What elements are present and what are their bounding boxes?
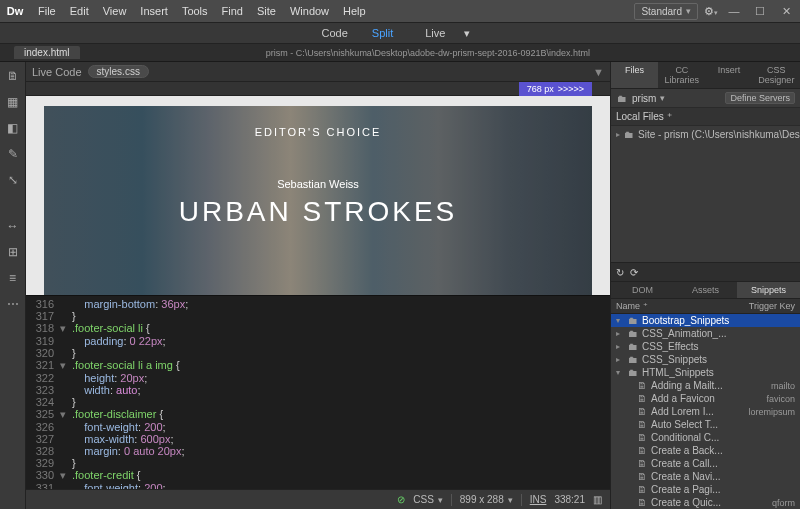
- site-folder-icon: 🖿: [616, 92, 628, 104]
- lower-panel-tabs: DOM Assets Snippets: [611, 282, 800, 299]
- menu-view[interactable]: View: [97, 3, 133, 19]
- code-line[interactable]: 325▾.footer-disclaimer {: [26, 408, 610, 421]
- status-ok-icon[interactable]: ⊘: [397, 494, 405, 505]
- filter-icon[interactable]: ▼: [593, 66, 604, 78]
- tab-assets[interactable]: Assets: [674, 282, 737, 298]
- view-live[interactable]: Live ▾: [409, 25, 486, 42]
- snippet-file[interactable]: 🗎Create a Call...: [611, 457, 800, 470]
- menu-window[interactable]: Window: [284, 3, 335, 19]
- status-insert-mode[interactable]: INS: [530, 494, 547, 505]
- status-dims[interactable]: 899 x 288▾: [460, 494, 513, 505]
- menu-help[interactable]: Help: [337, 3, 372, 19]
- snippet-folder[interactable]: ▾🖿Bootstrap_Snippets: [611, 314, 800, 327]
- status-lang[interactable]: CSS▾: [413, 494, 443, 505]
- live-code-label: Live Code: [32, 66, 82, 78]
- code-line[interactable]: 318▾.footer-social li {: [26, 322, 610, 335]
- code-line[interactable]: 323 width: auto;: [26, 384, 610, 396]
- snippet-file[interactable]: 🗎Add Lorem I...loremipsum: [611, 405, 800, 418]
- tab-insert[interactable]: Insert: [706, 62, 753, 88]
- doc-tab-index[interactable]: index.html: [14, 46, 80, 59]
- related-file-styles[interactable]: styles.css: [88, 65, 149, 78]
- refresh-icon[interactable]: ↻: [616, 267, 624, 278]
- code-line[interactable]: 321▾.footer-social li a img {: [26, 359, 610, 372]
- status-overflow-icon[interactable]: ▥: [593, 494, 602, 505]
- hero-title: URBAN STROKES: [179, 196, 458, 228]
- code-line[interactable]: 328 margin: 0 auto 20px;: [26, 445, 610, 457]
- code-line[interactable]: 327 max-width: 600px;: [26, 433, 610, 445]
- tab-dom[interactable]: DOM: [611, 282, 674, 298]
- hero-section: EDITOR'S CHOICE Sebastian Weiss URBAN ST…: [44, 106, 592, 295]
- tab-cclib[interactable]: CC Libraries: [658, 62, 705, 88]
- grid-icon[interactable]: ⊞: [5, 244, 21, 260]
- snippet-file[interactable]: 🗎Create a Quic...qform: [611, 496, 800, 509]
- snippet-file[interactable]: 🗎Create a Back...: [611, 444, 800, 457]
- breakpoint-ruler[interactable]: 768 px>>>>>: [26, 82, 610, 96]
- snippet-file[interactable]: 🗎Conditional C...: [611, 431, 800, 444]
- code-line[interactable]: 317 }: [26, 310, 610, 322]
- twisty-icon[interactable]: ▸: [616, 130, 620, 139]
- app-logo: Dw: [4, 0, 26, 22]
- close-icon[interactable]: ✕: [776, 4, 796, 18]
- status-cursor-pos: 338:21: [554, 494, 585, 505]
- menubar: File Edit View Insert Tools Find Site Wi…: [32, 3, 372, 19]
- guides-icon[interactable]: ≡: [5, 270, 21, 286]
- preview-icon[interactable]: ◧: [5, 120, 21, 136]
- site-select[interactable]: prism: [632, 93, 656, 104]
- more-icon[interactable]: ⋯: [5, 296, 21, 312]
- snippet-file[interactable]: 🗎Add a Faviconfavicon: [611, 392, 800, 405]
- code-editor[interactable]: 316 margin-bottom: 36px;317 }318▾.footer…: [26, 296, 610, 489]
- expand-icon[interactable]: ⤡: [5, 172, 21, 188]
- files-icon[interactable]: 🗎: [5, 68, 21, 84]
- view-split[interactable]: Split: [364, 25, 401, 41]
- code-line[interactable]: 319 padding: 0 22px;: [26, 335, 610, 347]
- snippet-folder[interactable]: ▸🖿CSS_Animation_...: [611, 327, 800, 340]
- code-line[interactable]: 330▾.footer-credit {: [26, 469, 610, 482]
- site-root-row[interactable]: ▸ 🖿 Site - prism (C:\Users\nishkuma\Desk…: [611, 126, 800, 142]
- code-line[interactable]: 329 }: [26, 457, 610, 469]
- menu-site[interactable]: Site: [251, 3, 282, 19]
- right-panel: Files CC Libraries Insert CSS Designer 🖿…: [610, 62, 800, 509]
- define-servers-button[interactable]: Define Servers: [725, 92, 795, 104]
- tab-snippets[interactable]: Snippets: [737, 282, 800, 298]
- view-code[interactable]: Code: [314, 25, 356, 41]
- hero-author: Sebastian Weiss: [277, 178, 359, 190]
- snippet-folder[interactable]: ▸🖿CSS_Effects: [611, 340, 800, 353]
- viewbar: Code Split Live ▾: [0, 22, 800, 44]
- breakpoint-indicator[interactable]: 768 px>>>>>: [519, 82, 592, 96]
- document-tabs: index.html prism - C:\Users\nishkuma\Des…: [0, 44, 800, 62]
- snippets-header[interactable]: Name ⁺Trigger Key: [611, 299, 800, 314]
- menu-file[interactable]: File: [32, 3, 62, 19]
- live-preview[interactable]: EDITOR'S CHOICE Sebastian Weiss URBAN ST…: [26, 96, 610, 296]
- tab-cssdesigner[interactable]: CSS Designer: [753, 62, 800, 88]
- sync-settings-icon[interactable]: ⚙▾: [704, 5, 718, 18]
- files-panel-tabs: Files CC Libraries Insert CSS Designer: [611, 62, 800, 89]
- manage-sites-icon[interactable]: ▦: [5, 94, 21, 110]
- workspace-switcher[interactable]: Standard▾: [634, 3, 698, 20]
- snippet-folder[interactable]: ▸🖿CSS_Snippets: [611, 353, 800, 366]
- menu-find[interactable]: Find: [216, 3, 249, 19]
- snippet-file[interactable]: 🗎Create a Navi...: [611, 470, 800, 483]
- left-toolrail: 🗎 ▦ ◧ ✎ ⤡ ↔ ⊞ ≡ ⋯: [0, 62, 26, 509]
- snippet-file[interactable]: 🗎Auto Select T...: [611, 418, 800, 431]
- hero-kicker: EDITOR'S CHOICE: [255, 126, 382, 138]
- sync-icon[interactable]: ⟳: [630, 267, 638, 278]
- code-line[interactable]: 320 }: [26, 347, 610, 359]
- code-line[interactable]: 324 }: [26, 396, 610, 408]
- minimize-icon[interactable]: —: [724, 4, 744, 18]
- tab-files[interactable]: Files: [611, 62, 658, 88]
- code-line[interactable]: 322 height: 20px;: [26, 372, 610, 384]
- snippet-file[interactable]: 🗎Create a Pagi...: [611, 483, 800, 496]
- local-files-header[interactable]: Local Files ⁺: [616, 111, 672, 122]
- code-line[interactable]: 326 font-weight: 200;: [26, 421, 610, 433]
- code-line[interactable]: 331 font-weight: 200;: [26, 482, 610, 489]
- snippet-file[interactable]: 🗎Adding a Mailt...mailto: [611, 379, 800, 392]
- menu-insert[interactable]: Insert: [134, 3, 174, 19]
- ruler-icon[interactable]: ↔: [5, 218, 21, 234]
- menu-tools[interactable]: Tools: [176, 3, 214, 19]
- maximize-icon[interactable]: ☐: [750, 4, 770, 18]
- code-line[interactable]: 316 margin-bottom: 36px;: [26, 298, 610, 310]
- snippet-folder[interactable]: ▾🖿HTML_Snippets: [611, 366, 800, 379]
- snippets-tree[interactable]: ▾🖿Bootstrap_Snippets▸🖿CSS_Animation_...▸…: [611, 314, 800, 509]
- menu-edit[interactable]: Edit: [64, 3, 95, 19]
- inspect-icon[interactable]: ✎: [5, 146, 21, 162]
